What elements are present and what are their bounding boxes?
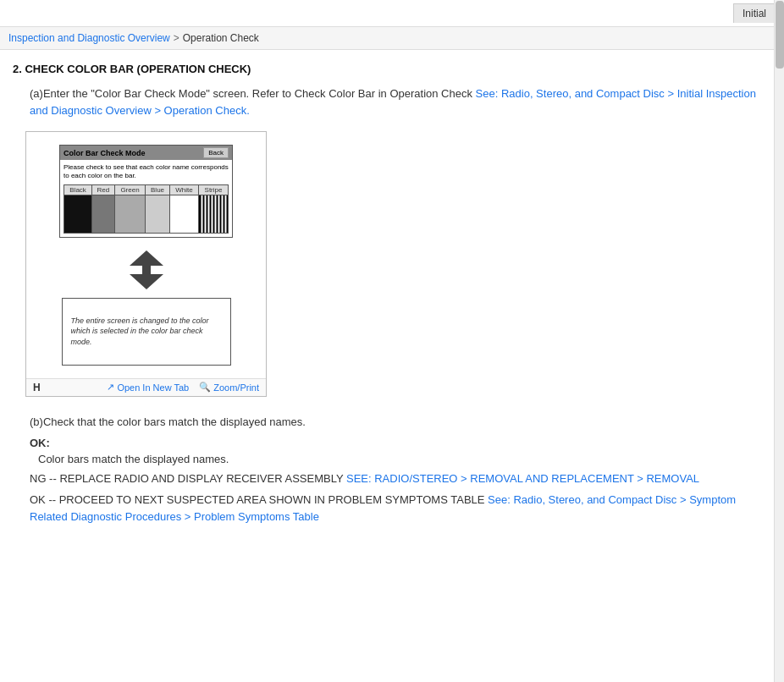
ng-text: NG -- REPLACE RADIO AND DISPLAY RECEIVER… bbox=[30, 472, 758, 485]
screen-title: Color Bar Check Mode bbox=[63, 149, 146, 157]
scrollbar-track[interactable] bbox=[774, 0, 784, 682]
scrollbar-thumb[interactable] bbox=[776, 1, 784, 69]
result-box: The entire screen is changed to the colo… bbox=[62, 298, 231, 366]
main-content: 2. CHECK COLOR BAR (OPERATION CHECK) (a)… bbox=[0, 50, 770, 547]
zoom-print-icon: 🔍 bbox=[199, 382, 211, 393]
ok-result: Color bars match the displayed names. bbox=[30, 453, 758, 465]
screen-header: Color Bar Check Mode Back bbox=[60, 146, 232, 160]
top-bar: Initial bbox=[0, 0, 784, 27]
content-section-b: (b)Check that the color bars match the d… bbox=[13, 414, 758, 525]
bar-white bbox=[169, 195, 198, 233]
col-black: Black bbox=[64, 184, 92, 195]
screen-instruction: Please check to see that each color name… bbox=[63, 163, 229, 181]
screen-mockup: Color Bar Check Mode Back Please check t… bbox=[59, 145, 233, 238]
diagram-inner: Color Bar Check Mode Back Please check t… bbox=[26, 132, 266, 378]
breadcrumb-link-inspection[interactable]: Inspection and Diagnostic Overview bbox=[8, 32, 170, 44]
ok2-text: OK -- PROCEED TO NEXT SUSPECTED AREA SHO… bbox=[30, 492, 758, 525]
open-new-tab-label: Open In New Tab bbox=[117, 382, 189, 393]
diagram-container: Color Bar Check Mode Back Please check t… bbox=[25, 131, 267, 397]
col-red: Red bbox=[92, 184, 115, 195]
bar-stripe bbox=[199, 195, 229, 233]
zoom-print-label: Zoom/Print bbox=[213, 382, 259, 393]
bar-green bbox=[114, 195, 146, 233]
color-bar-row bbox=[64, 195, 229, 233]
back-button[interactable]: Back bbox=[203, 147, 229, 158]
diagram-actions: ↗ Open In New Tab 🔍 Zoom/Print bbox=[107, 382, 259, 393]
intro-prefix: (a)Enter the "Color Bar Check Mode" scre… bbox=[30, 87, 476, 100]
arrows-container bbox=[39, 250, 253, 289]
open-new-tab-link[interactable]: ↗ Open In New Tab bbox=[107, 382, 189, 393]
para-b: (b)Check that the color bars match the d… bbox=[30, 414, 758, 431]
diagram-footer: H ↗ Open In New Tab 🔍 Zoom/Print bbox=[26, 378, 266, 396]
bar-red bbox=[92, 195, 115, 233]
screen-body: Please check to see that each color name… bbox=[60, 160, 232, 237]
section-title: 2. CHECK COLOR BAR (OPERATION CHECK) bbox=[13, 63, 758, 75]
breadcrumb-current: Operation Check bbox=[183, 32, 259, 44]
arrow-down-icon bbox=[130, 274, 163, 289]
ok2-prefix: OK -- PROCEED TO NEXT SUSPECTED AREA SHO… bbox=[30, 493, 488, 506]
ok-label: OK: bbox=[30, 437, 758, 449]
open-new-tab-icon: ↗ bbox=[107, 382, 114, 393]
bar-blue bbox=[146, 195, 169, 233]
h-label: H bbox=[33, 382, 41, 393]
intro-paragraph: (a)Enter the "Color Bar Check Mode" scre… bbox=[13, 85, 758, 118]
arrow-up-down bbox=[130, 250, 163, 289]
col-green: Green bbox=[114, 184, 146, 195]
col-white: White bbox=[169, 184, 198, 195]
para-b-prefix: (b) bbox=[30, 415, 43, 428]
breadcrumb-sep-1: > bbox=[174, 32, 179, 44]
ng-link[interactable]: See: Radio/Stereo > Removal and Replacem… bbox=[346, 472, 699, 485]
bar-black bbox=[64, 195, 92, 233]
arrow-up-icon bbox=[130, 250, 163, 266]
zoom-print-link[interactable]: 🔍 Zoom/Print bbox=[199, 382, 259, 393]
ng-prefix: NG -- REPLACE RADIO AND DISPLAY RECEIVER… bbox=[30, 472, 346, 485]
para-b-text: Check that the color bars match the disp… bbox=[43, 415, 306, 428]
color-bar-table: Black Red Green Blue White Stripe bbox=[63, 184, 229, 234]
initial-tab[interactable]: Initial bbox=[733, 3, 776, 23]
arrow-shaft bbox=[142, 266, 151, 274]
col-blue: Blue bbox=[146, 184, 169, 195]
result-box-text: The entire screen is changed to the colo… bbox=[71, 316, 222, 348]
col-stripe: Stripe bbox=[199, 184, 229, 195]
breadcrumb-bar: Inspection and Diagnostic Overview > Ope… bbox=[0, 27, 784, 50]
